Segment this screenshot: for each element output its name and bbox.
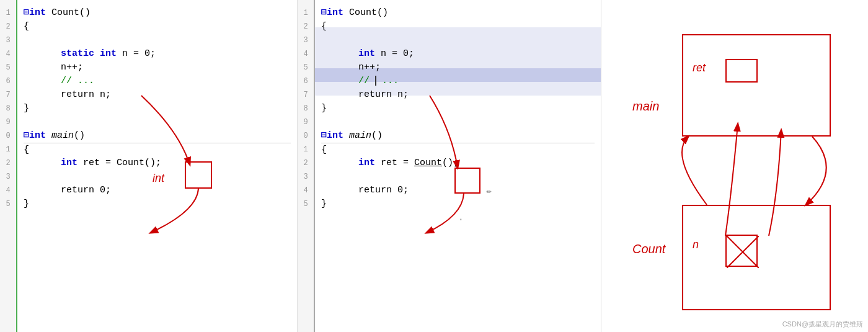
annotation-int-box-left bbox=[185, 161, 212, 189]
middle-panel: 1 2 3 4 5 6 7 8 9 0 1 2 3 4 5 ⊟int Count… bbox=[298, 0, 601, 332]
code-line: n++; bbox=[321, 61, 595, 74]
code-line bbox=[321, 115, 595, 129]
code-line: int n = 0; bbox=[321, 47, 595, 61]
watermark: CSDN@拨星观月的贾维斯 bbox=[782, 320, 863, 329]
code-content-left: ⊟int Count() { static int n = 0; n++; //… bbox=[17, 0, 297, 332]
code-line: } bbox=[24, 197, 291, 211]
code-line: n++; bbox=[24, 61, 291, 74]
line-numbers-left: 1 2 3 4 5 6 7 8 9 0 1 2 3 4 5 bbox=[0, 0, 17, 332]
code-line: ⊟int main() bbox=[24, 129, 291, 143]
code-line: { bbox=[24, 143, 291, 156]
code-line bbox=[24, 115, 291, 129]
code-line: // ... bbox=[321, 74, 595, 88]
code-line bbox=[24, 34, 291, 47]
code-line: static int n = 0; bbox=[24, 47, 291, 61]
left-panel: 1 2 3 4 5 6 7 8 9 0 1 2 3 4 5 ⊟int Count… bbox=[0, 0, 298, 332]
line-numbers-mid: 1 2 3 4 5 6 7 8 9 0 1 2 3 4 5 bbox=[298, 0, 315, 332]
code-line: { bbox=[24, 20, 291, 34]
code-line: return 0; bbox=[24, 184, 291, 197]
code-line: return n; bbox=[24, 88, 291, 102]
code-line: return n; bbox=[321, 88, 595, 102]
code-line: ⊟int Count() bbox=[321, 6, 595, 20]
code-line: } bbox=[24, 102, 291, 115]
code-line: } bbox=[321, 197, 595, 211]
code-line: } bbox=[321, 102, 595, 115]
code-line: int ret = Count(); bbox=[24, 156, 291, 170]
code-line: { bbox=[321, 20, 595, 34]
annotation-int-label-left: int bbox=[153, 172, 164, 185]
code-line: // ... bbox=[24, 74, 291, 88]
code-line: { bbox=[321, 143, 595, 156]
annotation-box-mid: ✏ bbox=[454, 168, 480, 194]
code-content-mid: ⊟int Count() { int n = 0; n++; // ... re… bbox=[315, 0, 601, 332]
code-line: ⊟int main() bbox=[321, 129, 595, 143]
right-panel: main Count ret n bbox=[601, 0, 868, 332]
diagram-panel: main Count ret n bbox=[601, 0, 868, 332]
code-line bbox=[321, 34, 595, 47]
diagram-arrows bbox=[601, 0, 868, 332]
code-line: ⊟int Count() bbox=[24, 6, 291, 20]
separator-dot: · bbox=[458, 214, 464, 225]
